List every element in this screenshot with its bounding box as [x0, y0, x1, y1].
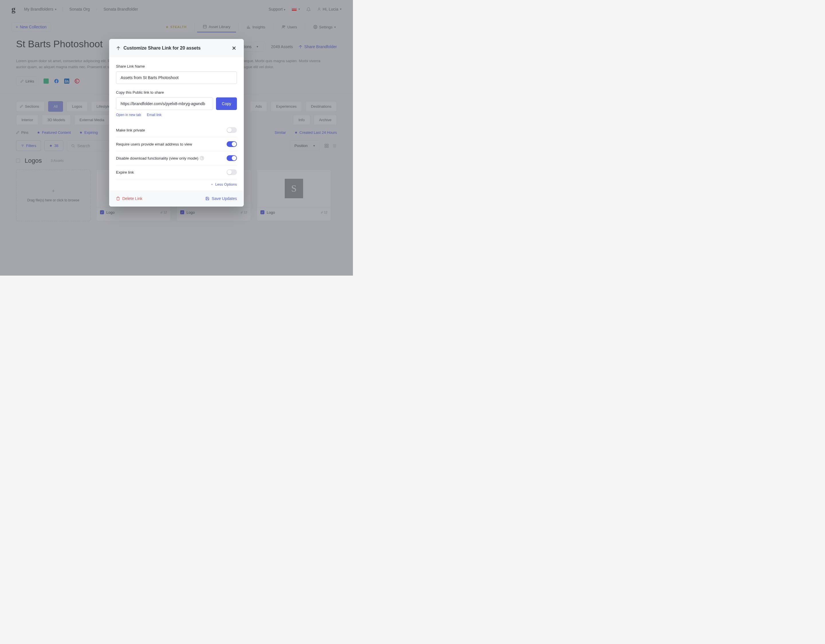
open-new-tab-link[interactable]: Open in new tab	[116, 113, 141, 117]
delete-link-button[interactable]: Delete Link	[116, 196, 142, 201]
toggle-expire-label: Expire link	[116, 170, 134, 175]
close-icon[interactable]	[231, 45, 237, 51]
save-updates-button[interactable]: Save Updates	[205, 196, 237, 201]
chevron-up-icon	[210, 183, 213, 186]
toggle-expire[interactable]	[227, 169, 237, 175]
save-icon	[205, 196, 209, 201]
share-icon	[116, 46, 121, 50]
help-icon[interactable]: ?	[200, 156, 204, 160]
toggle-private-label: Make link private	[116, 128, 145, 132]
toggle-disable-download-label: Disable download functionality (view onl…	[116, 156, 204, 161]
toggle-private[interactable]	[227, 127, 237, 133]
less-options-label: Less Options	[215, 182, 237, 187]
toggle-require-email[interactable]	[227, 141, 237, 147]
delete-label: Delete Link	[122, 196, 142, 201]
share-link-modal: Customize Share Link for 20 assets Share…	[109, 39, 244, 207]
share-name-label: Share Link Name	[116, 64, 237, 68]
share-link-input[interactable]	[116, 97, 213, 110]
share-link-label: Copy this Public link to share	[116, 90, 237, 94]
less-options-button[interactable]: Less Options	[210, 182, 237, 187]
copy-button[interactable]: Copy	[216, 97, 237, 110]
modal-backdrop[interactable]: Customize Share Link for 20 assets Share…	[0, 0, 353, 276]
toggle-require-email-label: Require users provide email address to v…	[116, 142, 192, 147]
trash-icon	[116, 196, 120, 201]
share-name-input[interactable]	[116, 71, 237, 84]
toggle-disable-download[interactable]	[227, 155, 237, 161]
email-link-link[interactable]: Email link	[147, 113, 161, 117]
modal-title: Customize Share Link for 20 assets	[124, 46, 201, 51]
save-label: Save Updates	[212, 196, 237, 201]
